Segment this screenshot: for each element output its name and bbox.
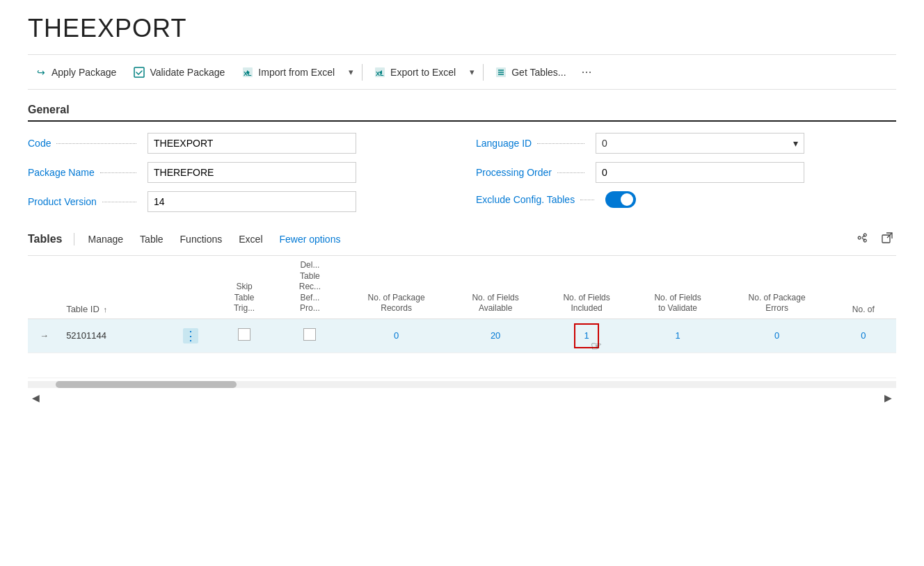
col-no-package-records[interactable]: No. of Package Records xyxy=(343,256,450,318)
tables-toolbar: Tables Manage Table Functions Excel Fewe… xyxy=(28,229,896,256)
package-name-input[interactable] xyxy=(148,162,356,183)
code-row: Code xyxy=(28,133,448,154)
language-id-row: Language ID 0 ▾ xyxy=(476,133,896,154)
import-excel-icon: XL xyxy=(241,66,254,79)
apply-package-icon: ↪ xyxy=(35,66,47,79)
row-context-menu-button[interactable]: ⋮ xyxy=(183,328,198,343)
import-dropdown-button[interactable]: ▾ xyxy=(344,63,358,81)
col-no-fields-validate[interactable]: No. of Fields to Validate xyxy=(632,256,724,318)
table-icon-actions xyxy=(854,229,896,250)
col-no-package-errors[interactable]: No. of Package Errors xyxy=(724,256,831,318)
col-no-fields-included[interactable]: No. of Fields Included xyxy=(541,256,632,318)
del-rec-checkbox[interactable] xyxy=(303,328,316,341)
row-no-fields-included[interactable]: 1 ☞ xyxy=(541,318,632,353)
toolbar-divider-1 xyxy=(362,64,363,81)
row-arrow: → xyxy=(28,318,61,353)
row-no-fields-validate[interactable]: 1 xyxy=(632,318,724,353)
language-id-chevron-icon: ▾ xyxy=(793,138,798,149)
get-tables-button[interactable]: Get Tables... xyxy=(488,62,573,83)
col-table-id[interactable]: Table ID ↑ xyxy=(61,256,170,318)
package-name-row: Package Name xyxy=(28,162,448,183)
main-toolbar: ↪ Apply Package Validate Package XL Impo… xyxy=(28,54,896,90)
validate-package-button[interactable]: Validate Package xyxy=(126,62,232,83)
functions-button[interactable]: Functions xyxy=(172,231,231,248)
svg-text:XL: XL xyxy=(376,70,384,77)
table-id-sort-icon: ↑ xyxy=(103,305,107,314)
col-no-of[interactable]: No. of xyxy=(831,256,896,318)
processing-order-label: Processing Order xyxy=(476,167,587,178)
table-wrapper: Table ID ↑ Skip Table Trig... Del... xyxy=(28,256,896,405)
export-dropdown-button[interactable]: ▾ xyxy=(465,63,479,81)
row-no-package-records[interactable]: 0 xyxy=(343,318,450,353)
language-id-label: Language ID xyxy=(476,138,587,149)
processing-order-row: Processing Order xyxy=(476,162,896,183)
get-tables-icon xyxy=(495,66,507,79)
page-title: THEEXPORT xyxy=(28,14,896,43)
row-no-package-errors[interactable]: 0 xyxy=(724,318,831,353)
package-name-label: Package Name xyxy=(28,167,139,178)
product-version-input[interactable] xyxy=(148,191,356,212)
general-section-title: General xyxy=(28,104,896,122)
row-no-of[interactable]: 0 xyxy=(831,318,896,353)
scroll-thumb[interactable] xyxy=(56,381,237,388)
col-row-indicator xyxy=(28,256,61,318)
row-del-rec[interactable] xyxy=(277,318,342,353)
scroll-nav: ◀ ▶ xyxy=(28,391,896,405)
expand-icon-button[interactable] xyxy=(878,229,896,250)
horizontal-scrollbar[interactable] xyxy=(28,381,896,388)
svg-rect-0 xyxy=(134,67,144,77)
col-dots-menu xyxy=(170,256,212,318)
product-version-label: Product Version xyxy=(28,196,139,207)
row-skip-trig[interactable] xyxy=(212,318,277,353)
col-del-rec[interactable]: Del... Table Rec... Bef... Pro... xyxy=(277,256,342,318)
skip-trig-checkbox[interactable] xyxy=(238,328,250,341)
col-no-fields-available[interactable]: No. of Fields Available xyxy=(450,256,541,318)
toolbar-divider-2 xyxy=(483,64,484,81)
table-row-empty xyxy=(28,353,896,378)
scroll-right-button[interactable]: ▶ xyxy=(880,391,896,405)
exclude-config-toggle[interactable] xyxy=(605,191,636,208)
validate-package-icon xyxy=(133,66,145,79)
manage-button[interactable]: Manage xyxy=(80,231,132,248)
row-table-id[interactable]: 52101144 xyxy=(61,318,170,353)
exclude-config-label: Exclude Config. Tables xyxy=(476,194,597,205)
code-input[interactable] xyxy=(148,133,356,154)
fewer-options-button[interactable]: Fewer options xyxy=(271,231,349,248)
table-button[interactable]: Table xyxy=(132,231,171,248)
row-no-fields-available[interactable]: 20 xyxy=(450,318,541,353)
row-dots-menu-cell: ⋮ xyxy=(170,318,212,353)
processing-order-input[interactable] xyxy=(596,162,804,183)
highlighted-fields-included[interactable]: 1 ☞ xyxy=(574,323,599,348)
exclude-config-row: Exclude Config. Tables xyxy=(476,191,896,208)
table-row: → 52101144 ⋮ 0 20 xyxy=(28,318,896,353)
cursor-pointer-icon: ☞ xyxy=(591,339,602,354)
more-options-button[interactable]: ··· xyxy=(576,60,598,83)
export-to-excel-button[interactable]: XL Export to Excel xyxy=(367,62,463,83)
tables-section-label: Tables xyxy=(28,233,74,245)
col-skip-trig[interactable]: Skip Table Trig... xyxy=(212,256,277,318)
general-form: Code Package Name Product Version xyxy=(28,133,896,212)
language-id-select[interactable]: 0 ▾ xyxy=(596,133,804,154)
share-icon-button[interactable] xyxy=(854,229,873,250)
code-label: Code xyxy=(28,138,139,149)
apply-package-button[interactable]: ↪ Apply Package xyxy=(28,62,123,83)
excel-button[interactable]: Excel xyxy=(230,231,271,248)
export-excel-icon: XL xyxy=(374,66,386,79)
import-from-excel-button[interactable]: XL Import from Excel xyxy=(234,62,342,83)
product-version-row: Product Version xyxy=(28,191,448,212)
tables-data-table: Table ID ↑ Skip Table Trig... Del... xyxy=(28,256,896,378)
scroll-left-button[interactable]: ◀ xyxy=(28,391,44,405)
